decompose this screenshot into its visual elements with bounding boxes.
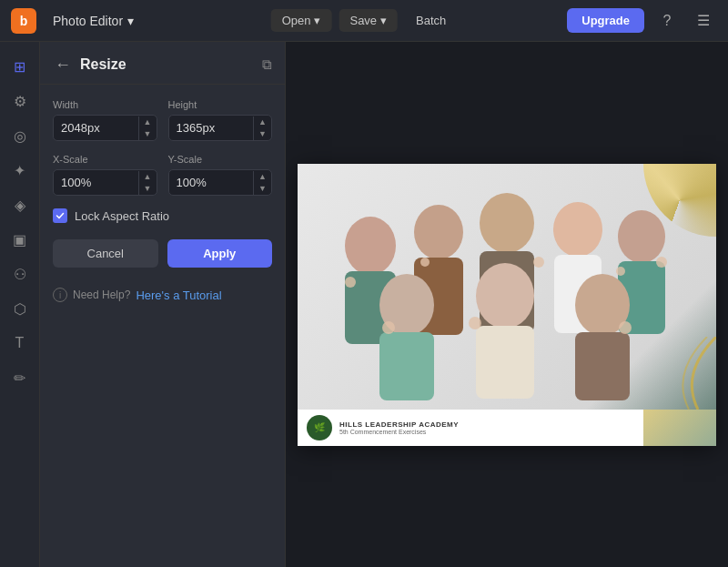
xscale-up-button[interactable]: ▲: [139, 171, 157, 183]
sidebar-icon-text[interactable]: T: [5, 328, 35, 359]
sidebar-icon-layers[interactable]: ⊞: [5, 51, 35, 82]
yscale-input-wrap: ▲ ▼: [168, 169, 273, 196]
width-input[interactable]: [54, 116, 138, 140]
svg-point-19: [616, 267, 625, 276]
footer-org-name: HILLS LEADERSHIP ACADEMY: [339, 420, 459, 429]
svg-rect-15: [575, 332, 630, 400]
lock-aspect-label: Lock Aspect Ratio: [75, 209, 169, 223]
nav-center-actions: Open ▾ Save ▾ Batch: [271, 9, 458, 32]
cancel-button[interactable]: Cancel: [53, 239, 158, 268]
svg-point-20: [656, 257, 667, 268]
yscale-up-button[interactable]: ▲: [254, 171, 271, 183]
sidebar-icon-frames[interactable]: ▣: [5, 224, 35, 255]
sidebar-icon-filter[interactable]: ◈: [5, 189, 35, 220]
height-label: Height: [168, 99, 273, 110]
width-field-group: Width ▲ ▼: [53, 99, 157, 141]
xscale-spinners: ▲ ▼: [138, 171, 157, 195]
panel-copy-icon: ⧉: [262, 56, 272, 72]
checkmark-icon: [56, 211, 65, 220]
upgrade-button[interactable]: Upgrade: [567, 8, 644, 33]
photo-container: 🌿 HILLS LEADERSHIP ACADEMY 5th Commencem…: [298, 164, 716, 446]
sidebar-icon-eye[interactable]: ◎: [5, 120, 35, 151]
yscale-label: Y-Scale: [168, 154, 273, 165]
svg-point-22: [469, 317, 481, 329]
svg-rect-11: [379, 332, 434, 400]
yscale-field-group: Y-Scale ▲ ▼: [168, 154, 273, 196]
upgrade-label: Upgrade: [581, 14, 630, 27]
xscale-down-button[interactable]: ▼: [139, 183, 157, 195]
svg-point-4: [480, 193, 534, 253]
apply-button[interactable]: Apply: [167, 239, 273, 268]
height-input-wrap: ▲ ▼: [168, 115, 273, 141]
lock-aspect-checkbox[interactable]: [53, 208, 67, 223]
help-text: Need Help?: [73, 289, 130, 301]
xscale-input[interactable]: [54, 170, 138, 195]
scale-fields: X-Scale ▲ ▼ Y-Scale ▲: [53, 154, 272, 196]
sidebar-icon-adjustments[interactable]: ⚙: [5, 86, 35, 116]
svg-point-23: [619, 321, 632, 334]
app-title-button[interactable]: Photo Editor ▾: [46, 10, 141, 32]
sidebar-icon-effects[interactable]: ✦: [5, 155, 35, 186]
xscale-label: X-Scale: [53, 154, 157, 165]
photo-image: 🌿 HILLS LEADERSHIP ACADEMY 5th Commencem…: [298, 164, 716, 446]
photo-footer: 🌿 HILLS LEADERSHIP ACADEMY 5th Commencem…: [298, 410, 716, 446]
app-title-text: Photo Editor: [53, 14, 123, 28]
footer-text-block: HILLS LEADERSHIP ACADEMY 5th Commencemen…: [339, 420, 459, 435]
main-layout: ⊞ ⚙ ◎ ✦ ◈ ▣ ⚇ ⬡ T ✏ ← Resize ⧉ Width: [0, 42, 728, 567]
app-logo-letter: b: [20, 14, 28, 28]
xscale-field-group: X-Scale ▲ ▼: [53, 154, 157, 196]
yscale-input[interactable]: [169, 170, 254, 195]
width-up-button[interactable]: ▲: [139, 116, 157, 128]
height-field-group: Height ▲ ▼: [168, 99, 273, 141]
sidebar-icon-export[interactable]: ⬡: [5, 293, 35, 324]
panel-back-icon: ←: [55, 56, 71, 74]
width-spinners: ▲ ▼: [138, 116, 157, 140]
svg-point-2: [414, 205, 463, 259]
svg-point-12: [476, 263, 534, 329]
help-button[interactable]: ?: [653, 7, 681, 35]
panel-copy-button[interactable]: ⧉: [262, 56, 272, 73]
svg-point-16: [345, 277, 356, 288]
panel-back-button[interactable]: ←: [53, 55, 73, 75]
canvas-area: 🌿 HILLS LEADERSHIP ACADEMY 5th Commencem…: [286, 42, 728, 567]
height-input[interactable]: [169, 116, 254, 140]
apply-label: Apply: [203, 247, 236, 260]
svg-rect-13: [476, 326, 534, 399]
svg-point-17: [420, 258, 430, 267]
svg-point-0: [345, 217, 396, 275]
width-input-wrap: ▲ ▼: [53, 115, 157, 141]
batch-button[interactable]: Batch: [405, 9, 457, 32]
menu-button[interactable]: ☰: [690, 7, 717, 35]
width-down-button[interactable]: ▼: [139, 128, 157, 140]
height-spinners: ▲ ▼: [253, 116, 271, 140]
sidebar-icon-draw[interactable]: ✏: [5, 362, 35, 393]
help-row: i Need Help? Here's a Tutorial: [53, 288, 272, 302]
help-icon: ?: [663, 13, 672, 29]
width-label: Width: [53, 99, 157, 110]
panel-body: Width ▲ ▼ Height ▲: [40, 85, 285, 317]
batch-label: Batch: [416, 14, 446, 27]
tutorial-link[interactable]: Here's a Tutorial: [136, 289, 221, 302]
cancel-label: Cancel: [87, 247, 124, 260]
icon-sidebar: ⊞ ⚙ ◎ ✦ ◈ ▣ ⚇ ⬡ T ✏: [0, 42, 40, 567]
save-button[interactable]: Save ▾: [339, 9, 398, 32]
menu-icon: ☰: [697, 12, 710, 29]
svg-point-8: [618, 210, 665, 263]
open-arrow: ▾: [314, 14, 320, 27]
app-logo: b: [11, 8, 36, 34]
height-up-button[interactable]: ▲: [254, 116, 271, 128]
help-info-icon: i: [53, 288, 67, 302]
lock-aspect-row[interactable]: Lock Aspect Ratio: [53, 208, 272, 223]
panel-header: ← Resize ⧉: [40, 42, 285, 85]
height-down-button[interactable]: ▼: [254, 128, 271, 140]
footer-deco: [643, 410, 716, 446]
save-arrow: ▾: [380, 14, 387, 27]
footer-logo: 🌿: [307, 415, 332, 440]
open-button[interactable]: Open ▾: [271, 9, 332, 32]
yscale-down-button[interactable]: ▼: [254, 183, 271, 195]
footer-event-name: 5th Commencement Exercises: [339, 429, 459, 435]
resize-panel: ← Resize ⧉ Width ▲ ▼: [40, 42, 286, 567]
sidebar-icon-people[interactable]: ⚇: [5, 258, 35, 289]
save-label: Save: [349, 14, 377, 27]
topnav: b Photo Editor ▾ Open ▾ Save ▾ Batch Upg…: [0, 0, 728, 42]
